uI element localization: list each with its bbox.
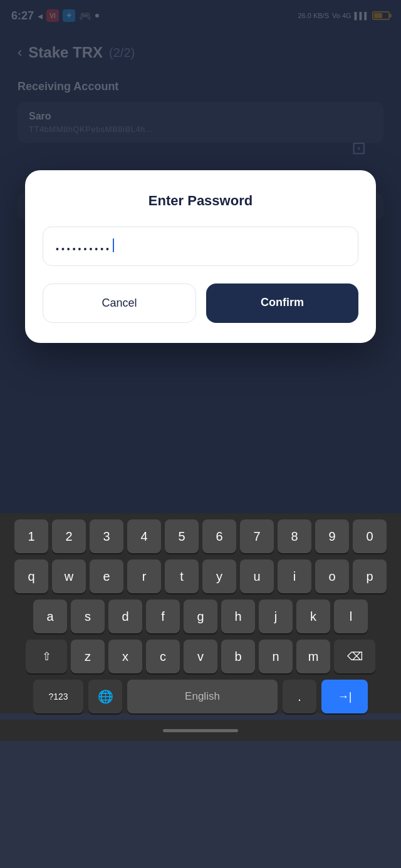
key-u[interactable]: u [240,559,274,593]
globe-key[interactable]: 🌐 [88,680,122,713]
key-y[interactable]: y [202,559,236,593]
password-modal: Enter Password •••••••••• Cancel Confirm [25,170,376,343]
period-key[interactable]: . [283,680,316,713]
key-w[interactable]: w [52,559,86,593]
text-cursor [113,238,114,252]
key-3[interactable]: 3 [90,519,123,553]
key-7[interactable]: 7 [240,519,274,553]
zxcv-row: ⇧ z x c v b n m ⌫ [3,640,398,673]
password-dots: •••••••••• [56,238,345,254]
key-p[interactable]: p [353,559,387,593]
password-input-wrap[interactable]: •••••••••• [43,227,358,266]
key-1[interactable]: 1 [14,519,48,553]
modal-buttons: Cancel Confirm [43,283,358,323]
key-a[interactable]: a [33,600,67,633]
key-8[interactable]: 8 [278,519,311,553]
key-t[interactable]: t [165,559,199,593]
key-z[interactable]: z [71,640,105,673]
key-m[interactable]: m [296,640,330,673]
key-g[interactable]: g [184,600,217,633]
screen: 6:27 ◂ VI ✦ 🎮 26.0 KB/S Vo 4G ▌▌▌ ‹ Stak… [0,0,401,868]
key-0[interactable]: 0 [353,519,387,553]
key-v[interactable]: v [184,640,217,673]
key-4[interactable]: 4 [127,519,161,553]
confirm-button[interactable]: Confirm [206,283,358,323]
numbers-switch-key[interactable]: ?123 [33,680,83,713]
home-bar [0,720,401,741]
asdf-row: a s d f g h j k l [3,600,398,633]
bottom-row: ?123 🌐 English . →| [3,680,398,713]
number-row: 1 2 3 4 5 6 7 8 9 0 [3,519,398,553]
key-f[interactable]: f [146,600,180,633]
key-l[interactable]: l [334,600,368,633]
key-6[interactable]: 6 [202,519,236,553]
keyboard: 1 2 3 4 5 6 7 8 9 0 q w e r t y u i o p … [0,513,401,713]
qwerty-row: q w e r t y u i o p [3,559,398,593]
shift-key[interactable]: ⇧ [26,640,67,673]
key-9[interactable]: 9 [315,519,349,553]
key-s[interactable]: s [71,600,105,633]
key-q[interactable]: q [14,559,48,593]
modal-overlay: Enter Password •••••••••• Cancel Confirm [0,0,401,513]
key-c[interactable]: c [146,640,180,673]
key-2[interactable]: 2 [52,519,86,553]
backspace-key[interactable]: ⌫ [334,640,375,673]
key-j[interactable]: j [259,600,293,633]
key-b[interactable]: b [221,640,255,673]
key-d[interactable]: d [108,600,142,633]
key-e[interactable]: e [90,559,123,593]
key-x[interactable]: x [108,640,142,673]
key-n[interactable]: n [259,640,293,673]
modal-title: Enter Password [43,193,358,209]
key-k[interactable]: k [296,600,330,633]
key-r[interactable]: r [127,559,161,593]
key-o[interactable]: o [315,559,349,593]
background-app: 6:27 ◂ VI ✦ 🎮 26.0 KB/S Vo 4G ▌▌▌ ‹ Stak… [0,0,401,513]
key-h[interactable]: h [221,600,255,633]
cancel-button[interactable]: Cancel [43,283,196,323]
home-indicator [163,729,238,732]
key-i[interactable]: i [278,559,311,593]
space-key[interactable]: English [127,680,278,713]
key-5[interactable]: 5 [165,519,199,553]
return-key[interactable]: →| [321,680,368,713]
